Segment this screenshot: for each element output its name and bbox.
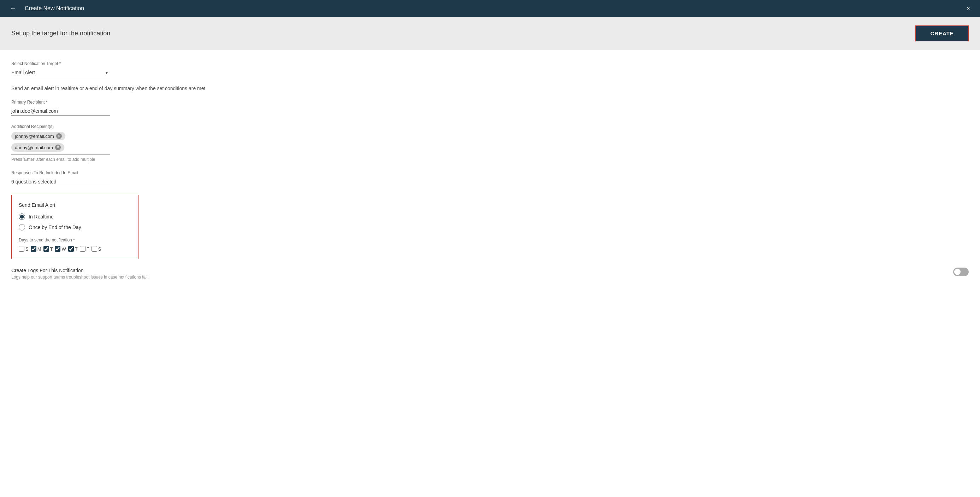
tag-remove-1[interactable]: × [55,145,61,150]
tag-email-1: danny@email.com [15,145,53,150]
page-title: Set up the target for the notification [11,30,110,37]
responses-group: Responses To Be Included In Email 6 ques… [11,170,969,186]
back-icon: ← [10,5,16,13]
logs-title: Create Logs For This Notification [11,268,948,273]
tags-container[interactable]: johnny@email.com × danny@email.com × [11,132,110,155]
modal-title: Create New Notification [25,5,84,12]
hint-text: Press 'Enter' after each email to add mu… [11,157,969,162]
radio-realtime[interactable] [19,213,25,220]
description-text: Send an email alert in realtime or a end… [11,86,969,91]
radio-label-eod: Once by End of the Day [29,225,81,230]
checkbox-sat[interactable] [92,246,97,252]
responses-label: Responses To Be Included In Email [11,170,969,175]
day-item-sun1: S [19,246,29,252]
tag-remove-0[interactable]: × [56,133,62,139]
radio-label-realtime: In Realtime [29,214,54,220]
modal-container: ← Create New Notification × Set up the t… [0,0,980,497]
modal-header: ← Create New Notification × [0,0,980,17]
responses-field: 6 questions selected [11,177,110,186]
back-button[interactable]: ← [7,3,19,14]
primary-recipient-input[interactable] [11,107,110,116]
additional-recipients-group: Additional Recipient(s) johnny@email.com… [11,124,969,162]
radio-option-realtime[interactable]: In Realtime [19,213,131,220]
day-label-fri: F [87,246,89,252]
checkbox-wed[interactable] [55,246,60,252]
logs-toggle[interactable] [953,268,969,276]
primary-recipient-group: Primary Recipient * [11,100,969,116]
tag-johnny: johnny@email.com × [11,132,65,140]
day-label-mon: M [37,246,41,252]
day-item-sat: S [92,246,102,252]
day-item-fri: F [80,246,89,252]
checkbox-sun1[interactable] [19,246,24,252]
additional-recipients-label: Additional Recipient(s) [11,124,969,129]
day-item-thu: T [68,246,78,252]
radio-group: In Realtime Once by End of the Day [19,213,131,231]
create-button[interactable]: CREATE [915,25,969,41]
primary-recipient-label: Primary Recipient * [11,100,969,105]
day-label-tue: T [50,246,53,252]
days-label: Days to send the notification * [19,237,131,242]
tag-danny: danny@email.com × [11,143,64,151]
logs-description: Logs help our support teams troubleshoot… [11,275,948,280]
toggle-slider [953,268,969,276]
radio-option-eod[interactable]: Once by End of the Day [19,224,131,231]
day-label-sun1: S [25,246,29,252]
notification-target-group: Select Notification Target * Email Alert… [11,61,969,77]
checkbox-tue[interactable] [43,246,49,252]
checkbox-fri[interactable] [80,246,86,252]
send-alert-title: Send Email Alert [19,202,131,208]
checkbox-mon[interactable] [31,246,37,252]
day-label-sat: S [98,246,102,252]
checkbox-thu[interactable] [68,246,74,252]
day-label-thu: T [75,246,78,252]
modal-body: Select Notification Target * Email Alert… [0,50,980,497]
notification-target-select[interactable]: Email Alert SMS Alert Push Notification [11,68,110,77]
tag-email-0: johnny@email.com [15,134,54,139]
close-icon: × [966,5,970,12]
days-checkboxes: S M T W [19,246,131,252]
days-section: Days to send the notification * S M [19,237,131,252]
day-label-wed: W [62,246,66,252]
close-button[interactable]: × [963,3,973,14]
radio-eod[interactable] [19,224,25,231]
send-alert-box: Send Email Alert In Realtime Once by End… [11,195,138,259]
day-item-wed: W [55,246,66,252]
page-header: Set up the target for the notification C… [0,17,980,50]
logs-section: Create Logs For This Notification Logs h… [11,268,969,280]
notification-target-label: Select Notification Target * [11,61,969,66]
day-item-tue: T [43,246,53,252]
day-item-mon: M [31,246,41,252]
notification-target-select-wrapper: Email Alert SMS Alert Push Notification … [11,68,110,77]
logs-text-group: Create Logs For This Notification Logs h… [11,268,948,280]
